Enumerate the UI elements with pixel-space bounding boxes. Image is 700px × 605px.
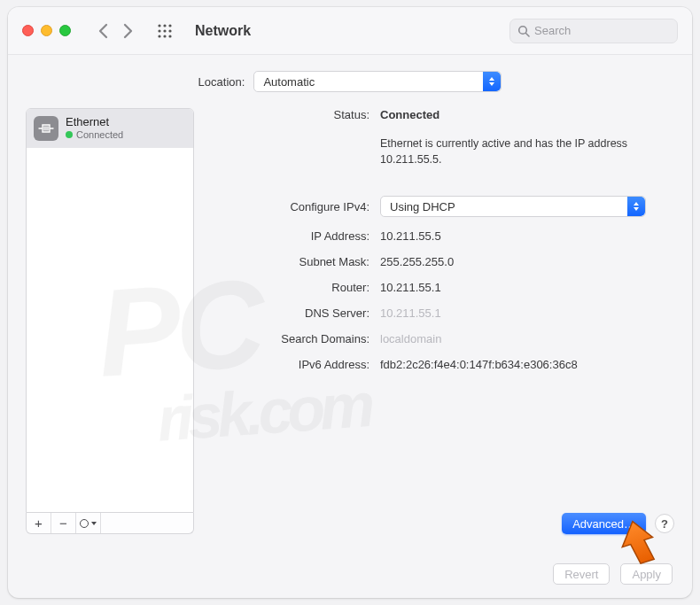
svg-point-1 — [163, 24, 166, 27]
search-domains-label: Search Domains: — [210, 332, 369, 345]
ethernet-icon — [34, 116, 58, 141]
gear-icon — [80, 519, 89, 528]
svg-line-10 — [526, 33, 530, 36]
nav-arrows — [92, 19, 138, 43]
updown-caret-icon — [627, 197, 645, 216]
grid-icon — [157, 23, 173, 39]
revert-button-label: Revert — [564, 568, 598, 581]
services-list[interactable]: Ethernet Connected — [26, 108, 194, 513]
ip-address-value: 10.211.55.5 — [380, 229, 674, 243]
svg-point-0 — [158, 24, 160, 27]
svg-point-3 — [158, 29, 160, 32]
dns-server-label: DNS Server: — [210, 306, 369, 320]
forward-button[interactable] — [117, 19, 138, 43]
service-status: Connected — [76, 129, 123, 141]
svg-point-2 — [168, 24, 171, 27]
window-controls — [22, 25, 71, 36]
svg-point-6 — [158, 35, 160, 37]
location-label: Location: — [198, 75, 245, 89]
close-window-button[interactable] — [22, 25, 34, 36]
help-button[interactable]: ? — [655, 514, 674, 533]
zoom-window-button[interactable] — [59, 25, 71, 36]
location-selected-value: Automatic — [263, 75, 315, 89]
router-value: 10.211.55.1 — [380, 281, 674, 294]
subnet-mask-label: Subnet Mask: — [210, 255, 369, 268]
search-field[interactable]: Search — [509, 19, 678, 43]
status-dot-icon — [66, 131, 73, 138]
minus-icon: − — [59, 516, 67, 531]
service-text: Ethernet Connected — [66, 116, 123, 141]
configure-ipv4-value: Using DHCP — [390, 200, 455, 213]
search-placeholder: Search — [534, 24, 571, 37]
updown-caret-icon — [483, 72, 501, 91]
search-domains-value: localdomain — [380, 332, 674, 345]
add-service-button[interactable]: + — [27, 513, 51, 533]
configure-ipv4-select[interactable]: Using DHCP — [380, 196, 646, 217]
search-icon — [517, 25, 530, 37]
main-area: PCrisk.com Ethernet Connected — [8, 108, 692, 550]
chevron-down-icon — [91, 522, 97, 525]
svg-point-4 — [163, 29, 166, 32]
revert-button[interactable]: Revert — [553, 563, 610, 585]
ipv6-address-label: IPv6 Address: — [210, 358, 369, 371]
chevron-left-icon — [98, 23, 108, 39]
question-icon: ? — [661, 517, 668, 531]
services-toolbar: + − — [26, 513, 194, 534]
service-name: Ethernet — [66, 116, 123, 129]
show-all-prefs-button[interactable] — [152, 19, 177, 43]
apply-button-label: Apply — [632, 568, 661, 581]
advanced-button-label: Advanced… — [572, 517, 635, 531]
svg-point-8 — [168, 35, 171, 37]
status-label: Status: — [210, 108, 369, 121]
service-actions-button[interactable] — [76, 513, 101, 533]
back-button[interactable] — [92, 19, 113, 43]
location-select[interactable]: Automatic — [253, 71, 502, 92]
svg-point-5 — [168, 29, 171, 32]
minimize-window-button[interactable] — [41, 25, 52, 36]
advanced-button[interactable]: Advanced… — [562, 513, 646, 534]
status-value: Connected — [380, 108, 674, 121]
ipv6-address-value: fdb2:2c26:f4e4:0:147f:b634:e306:36c8 — [380, 358, 674, 371]
svg-point-7 — [163, 35, 166, 37]
remove-service-button[interactable]: − — [51, 513, 76, 533]
plus-icon: + — [35, 516, 43, 531]
footer: Revert Apply — [8, 550, 692, 598]
status-description: Ethernet is currently active and has the… — [380, 134, 674, 167]
toolbar: Network Search — [8, 7, 692, 55]
apply-button[interactable]: Apply — [620, 563, 673, 585]
router-label: Router: — [210, 281, 369, 294]
location-row: Location: Automatic — [8, 55, 692, 108]
configure-ipv4-label: Configure IPv4: — [210, 200, 369, 213]
dns-server-value: 10.211.55.1 — [380, 306, 674, 320]
chevron-right-icon — [123, 23, 133, 39]
detail-pane: Status: Connected Ethernet is currently … — [210, 108, 674, 534]
network-preferences-window: Network Search Location: Automatic PCris… — [8, 7, 692, 598]
ip-address-label: IP Address: — [210, 229, 369, 243]
pane-title: Network — [195, 23, 251, 39]
subnet-mask-value: 255.255.255.0 — [380, 255, 674, 268]
service-row-ethernet[interactable]: Ethernet Connected — [27, 109, 193, 148]
services-sidebar: Ethernet Connected + − — [26, 108, 194, 534]
